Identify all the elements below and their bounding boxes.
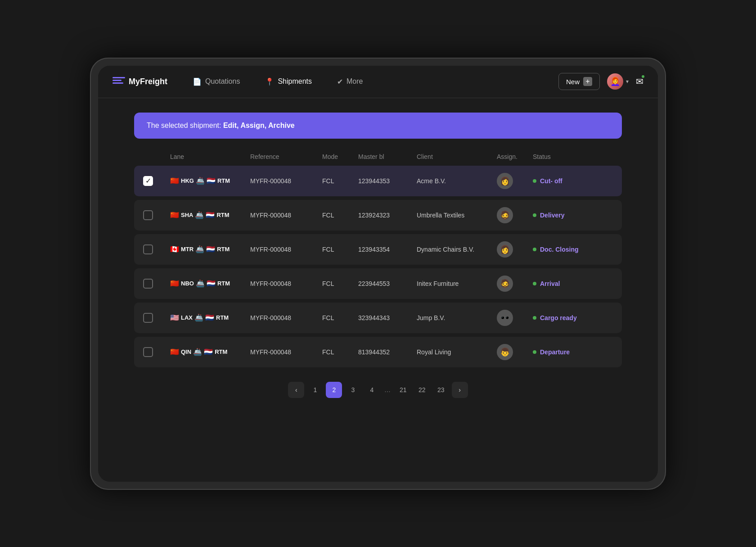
user-avatar-button[interactable]: 👩‍🦰 ▾ bbox=[607, 73, 629, 90]
mode-cell: FCL bbox=[322, 246, 358, 253]
logo-text: MyFreight bbox=[129, 77, 167, 86]
nav-more-label: More bbox=[346, 77, 363, 86]
status-cell: Arrival bbox=[533, 280, 613, 287]
origin-code: SHA bbox=[181, 212, 193, 218]
nav-item-shipments[interactable]: 📍 Shipments bbox=[260, 74, 317, 90]
shipments-icon: 📍 bbox=[265, 77, 274, 86]
masterbl-cell: 123943354 bbox=[358, 246, 417, 253]
col-header-checkbox bbox=[143, 153, 170, 160]
dest-flag: 🇳🇱 bbox=[206, 245, 215, 253]
pagination-page-23[interactable]: 23 bbox=[433, 382, 449, 398]
lane-cell: 🇨🇳 NBO 🚢 🇳🇱 RTM bbox=[170, 279, 250, 288]
dest-code: RTM bbox=[216, 314, 229, 321]
table-row[interactable]: 🇺🇸 LAX 🚢 🇳🇱 RTM MYFR-000048 FCL 32394434… bbox=[134, 303, 622, 333]
tablet-frame: MyFreight 📄 Quotations 📍 Shipments ✔ Mor… bbox=[90, 58, 666, 490]
table-header: Lane Reference Mode Master bl Client Ass… bbox=[134, 153, 622, 166]
row-checkbox[interactable] bbox=[143, 347, 153, 357]
ship-icon: 🚢 bbox=[196, 176, 205, 185]
table-row[interactable]: 🇨🇳 NBO 🚢 🇳🇱 RTM MYFR-000048 FCL 22394455… bbox=[134, 268, 622, 299]
pagination-page-4[interactable]: 4 bbox=[364, 382, 380, 398]
status-text: Cargo ready bbox=[540, 314, 577, 321]
assignee-avatar: 🕶️ bbox=[497, 310, 513, 326]
origin-code: NBO bbox=[181, 280, 194, 287]
mode-cell: FCL bbox=[322, 280, 358, 287]
new-button-label: New bbox=[566, 78, 580, 86]
table-row[interactable]: ✓ 🇨🇳 HKG 🚢 🇳🇱 RTM MYFR-000048 FCL 123944… bbox=[134, 166, 622, 196]
row-checkbox[interactable] bbox=[143, 313, 153, 323]
assignee-avatar: 🧔 bbox=[497, 207, 513, 223]
dest-code: RTM bbox=[217, 280, 230, 287]
col-header-reference: Reference bbox=[250, 153, 322, 160]
dest-flag: 🇳🇱 bbox=[207, 279, 216, 288]
table-rows-container: ✓ 🇨🇳 HKG 🚢 🇳🇱 RTM MYFR-000048 FCL 123944… bbox=[134, 166, 622, 367]
masterbl-cell: 323944343 bbox=[358, 314, 417, 321]
pagination-page-22[interactable]: 22 bbox=[414, 382, 430, 398]
ship-icon: 🚢 bbox=[195, 245, 204, 253]
origin-code: HKG bbox=[181, 177, 194, 184]
origin-code: LAX bbox=[181, 314, 193, 321]
shipments-table: Lane Reference Mode Master bl Client Ass… bbox=[134, 153, 622, 367]
assignee-avatar: 👩 bbox=[497, 241, 513, 258]
nav-item-quotations[interactable]: 📄 Quotations bbox=[187, 74, 245, 90]
status-text: Doc. Closing bbox=[540, 246, 579, 253]
row-checkbox[interactable]: ✓ bbox=[143, 176, 153, 186]
col-header-masterbl: Master bl bbox=[358, 153, 417, 160]
assignee-avatar: 👩 bbox=[497, 173, 513, 189]
lane-cell: 🇺🇸 LAX 🚢 🇳🇱 RTM bbox=[170, 313, 250, 322]
reference-cell: MYFR-000048 bbox=[250, 280, 322, 287]
client-cell: Acme B.V. bbox=[417, 177, 497, 185]
pagination-prev[interactable]: ‹ bbox=[288, 382, 304, 398]
pagination-page-3[interactable]: 3 bbox=[345, 382, 361, 398]
dest-code: RTM bbox=[215, 348, 227, 355]
new-button[interactable]: New + bbox=[558, 73, 600, 90]
row-checkbox[interactable] bbox=[143, 210, 153, 220]
origin-flag: 🇨🇳 bbox=[170, 348, 179, 356]
mail-button[interactable]: ✉ bbox=[636, 76, 644, 87]
ship-icon: 🚢 bbox=[195, 211, 204, 219]
logo: MyFreight bbox=[112, 77, 167, 86]
origin-flag: 🇨🇦 bbox=[170, 245, 179, 253]
assignee-avatar: 👦 bbox=[497, 344, 513, 360]
lane-cell: 🇨🇳 SHA 🚢 🇳🇱 RTM bbox=[170, 211, 250, 219]
col-header-status: Status bbox=[533, 153, 613, 160]
table-row[interactable]: 🇨🇳 SHA 🚢 🇳🇱 RTM MYFR-000048 FCL 12392432… bbox=[134, 200, 622, 231]
ship-icon: 🚢 bbox=[194, 313, 203, 322]
status-cell: Cut- off bbox=[533, 177, 613, 185]
banner-actions: Edit, Assign, Archive bbox=[223, 122, 295, 129]
dest-flag: 🇳🇱 bbox=[204, 348, 213, 356]
reference-cell: MYFR-000048 bbox=[250, 212, 322, 219]
nav-item-more[interactable]: ✔ More bbox=[332, 74, 368, 90]
status-cell: Doc. Closing bbox=[533, 246, 613, 253]
pagination-page-21[interactable]: 21 bbox=[395, 382, 411, 398]
pagination-page-2[interactable]: 2 bbox=[326, 382, 342, 398]
nav-shipments-label: Shipments bbox=[278, 77, 312, 86]
dest-flag: 🇳🇱 bbox=[206, 211, 215, 219]
reference-cell: MYFR-000048 bbox=[250, 348, 322, 356]
pagination-page-1[interactable]: 1 bbox=[307, 382, 323, 398]
mode-cell: FCL bbox=[322, 314, 358, 321]
status-text: Cut- off bbox=[540, 177, 562, 185]
masterbl-cell: 123924323 bbox=[358, 212, 417, 219]
status-cell: Departure bbox=[533, 348, 613, 356]
mode-cell: FCL bbox=[322, 177, 358, 185]
pagination-ellipsis: ... bbox=[382, 386, 392, 394]
row-checkbox[interactable] bbox=[143, 244, 153, 254]
origin-flag: 🇺🇸 bbox=[170, 313, 179, 322]
row-checkbox[interactable] bbox=[143, 279, 153, 289]
status-cell: Cargo ready bbox=[533, 314, 613, 321]
main-content: The selected shipment: Edit, Assign, Arc… bbox=[98, 98, 658, 482]
chevron-down-icon: ▾ bbox=[626, 78, 629, 85]
origin-flag: 🇨🇳 bbox=[170, 176, 179, 185]
pagination-pages: 1234...212223 bbox=[307, 382, 449, 398]
mode-cell: FCL bbox=[322, 212, 358, 219]
navbar-right: New + 👩‍🦰 ▾ ✉ bbox=[558, 73, 644, 90]
logo-icon bbox=[112, 77, 125, 86]
dest-code: RTM bbox=[216, 212, 229, 218]
pagination: ‹ 1234...212223 › bbox=[134, 382, 622, 405]
client-cell: Royal Living bbox=[417, 348, 497, 356]
pagination-next[interactable]: › bbox=[452, 382, 468, 398]
status-text: Arrival bbox=[540, 280, 560, 287]
client-cell: Dynamic Chairs B.V. bbox=[417, 246, 497, 253]
table-row[interactable]: 🇨🇳 QIN 🚢 🇳🇱 RTM MYFR-000048 FCL 81394435… bbox=[134, 337, 622, 367]
table-row[interactable]: 🇨🇦 MTR 🚢 🇳🇱 RTM MYFR-000048 FCL 12394335… bbox=[134, 234, 622, 265]
